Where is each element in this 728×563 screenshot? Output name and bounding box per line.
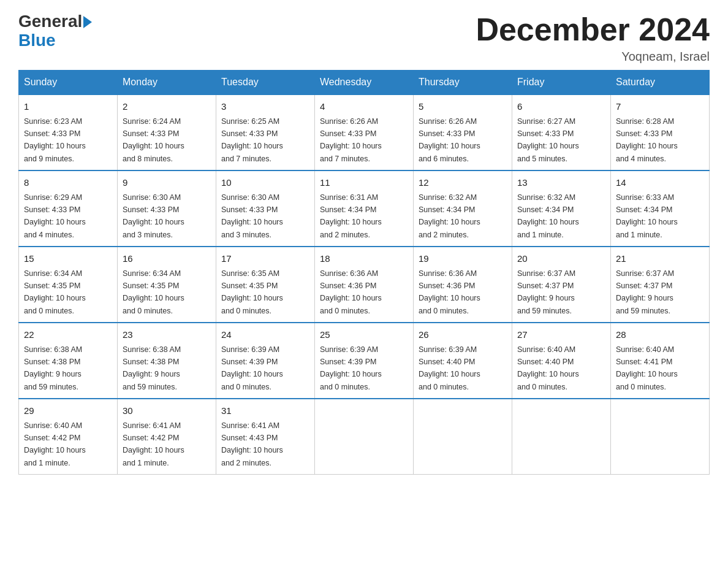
day-number: 20 xyxy=(517,252,605,266)
day-number: 21 xyxy=(616,252,704,266)
day-cell: 26Sunrise: 6:39 AM Sunset: 4:40 PM Dayli… xyxy=(414,323,512,399)
day-number: 17 xyxy=(221,252,309,266)
day-number: 11 xyxy=(320,176,408,190)
day-cell: 4Sunrise: 6:26 AM Sunset: 4:33 PM Daylig… xyxy=(315,94,414,170)
day-info: Sunrise: 6:26 AM Sunset: 4:33 PM Dayligh… xyxy=(419,117,480,163)
day-info: Sunrise: 6:33 AM Sunset: 4:34 PM Dayligh… xyxy=(616,193,678,239)
day-info: Sunrise: 6:30 AM Sunset: 4:33 PM Dayligh… xyxy=(221,193,283,239)
day-cell xyxy=(611,399,710,475)
day-info: Sunrise: 6:34 AM Sunset: 4:35 PM Dayligh… xyxy=(123,269,184,315)
day-info: Sunrise: 6:37 AM Sunset: 4:37 PM Dayligh… xyxy=(616,269,674,315)
day-cell: 20Sunrise: 6:37 AM Sunset: 4:37 PM Dayli… xyxy=(512,247,611,323)
header-cell-sunday: Sunday xyxy=(19,71,118,95)
page-header: General Blue December 2024 Yoqneam, Isra… xyxy=(18,12,710,64)
header-cell-saturday: Saturday xyxy=(611,71,710,95)
week-row-1: 1Sunrise: 6:23 AM Sunset: 4:33 PM Daylig… xyxy=(19,94,710,170)
day-cell xyxy=(512,399,611,475)
day-cell: 19Sunrise: 6:36 AM Sunset: 4:36 PM Dayli… xyxy=(414,247,512,323)
day-number: 30 xyxy=(123,404,211,418)
day-number: 4 xyxy=(320,100,408,114)
day-number: 12 xyxy=(419,176,507,190)
day-info: Sunrise: 6:38 AM Sunset: 4:38 PM Dayligh… xyxy=(24,345,82,391)
day-number: 28 xyxy=(616,328,704,342)
day-cell: 10Sunrise: 6:30 AM Sunset: 4:33 PM Dayli… xyxy=(216,170,315,247)
month-title: December 2024 xyxy=(476,12,710,47)
day-cell xyxy=(315,399,414,475)
day-cell: 28Sunrise: 6:40 AM Sunset: 4:41 PM Dayli… xyxy=(611,323,710,399)
logo: General Blue xyxy=(18,12,92,50)
day-cell: 29Sunrise: 6:40 AM Sunset: 4:42 PM Dayli… xyxy=(19,399,118,475)
day-cell: 13Sunrise: 6:32 AM Sunset: 4:34 PM Dayli… xyxy=(512,170,611,247)
calendar-body: 1Sunrise: 6:23 AM Sunset: 4:33 PM Daylig… xyxy=(19,94,710,475)
day-number: 10 xyxy=(221,176,309,190)
day-number: 14 xyxy=(616,176,704,190)
day-number: 22 xyxy=(24,328,112,342)
day-info: Sunrise: 6:37 AM Sunset: 4:37 PM Dayligh… xyxy=(517,269,575,315)
day-info: Sunrise: 6:40 AM Sunset: 4:40 PM Dayligh… xyxy=(517,345,579,391)
week-row-4: 22Sunrise: 6:38 AM Sunset: 4:38 PM Dayli… xyxy=(19,323,710,399)
day-info: Sunrise: 6:32 AM Sunset: 4:34 PM Dayligh… xyxy=(517,193,579,239)
day-info: Sunrise: 6:41 AM Sunset: 4:43 PM Dayligh… xyxy=(221,421,283,467)
title-block: December 2024 Yoqneam, Israel xyxy=(476,12,710,64)
day-info: Sunrise: 6:39 AM Sunset: 4:40 PM Dayligh… xyxy=(419,345,480,391)
day-cell: 27Sunrise: 6:40 AM Sunset: 4:40 PM Dayli… xyxy=(512,323,611,399)
day-info: Sunrise: 6:26 AM Sunset: 4:33 PM Dayligh… xyxy=(320,117,382,163)
day-info: Sunrise: 6:39 AM Sunset: 4:39 PM Dayligh… xyxy=(221,345,283,391)
day-number: 2 xyxy=(123,100,211,114)
day-cell: 16Sunrise: 6:34 AM Sunset: 4:35 PM Dayli… xyxy=(118,247,216,323)
day-number: 15 xyxy=(24,252,112,266)
day-cell: 5Sunrise: 6:26 AM Sunset: 4:33 PM Daylig… xyxy=(414,94,512,170)
day-info: Sunrise: 6:25 AM Sunset: 4:33 PM Dayligh… xyxy=(221,117,283,163)
day-number: 18 xyxy=(320,252,408,266)
day-cell: 11Sunrise: 6:31 AM Sunset: 4:34 PM Dayli… xyxy=(315,170,414,247)
day-info: Sunrise: 6:38 AM Sunset: 4:38 PM Dayligh… xyxy=(123,345,181,391)
day-info: Sunrise: 6:23 AM Sunset: 4:33 PM Dayligh… xyxy=(24,117,86,163)
day-info: Sunrise: 6:36 AM Sunset: 4:36 PM Dayligh… xyxy=(419,269,480,315)
day-number: 26 xyxy=(419,328,507,342)
day-info: Sunrise: 6:30 AM Sunset: 4:33 PM Dayligh… xyxy=(123,193,184,239)
day-cell: 25Sunrise: 6:39 AM Sunset: 4:39 PM Dayli… xyxy=(315,323,414,399)
day-cell: 23Sunrise: 6:38 AM Sunset: 4:38 PM Dayli… xyxy=(118,323,216,399)
header-cell-monday: Monday xyxy=(118,71,216,95)
day-number: 6 xyxy=(517,100,605,114)
day-number: 9 xyxy=(123,176,211,190)
logo-arrow-icon xyxy=(83,16,92,28)
day-cell: 12Sunrise: 6:32 AM Sunset: 4:34 PM Dayli… xyxy=(414,170,512,247)
day-info: Sunrise: 6:27 AM Sunset: 4:33 PM Dayligh… xyxy=(517,117,579,163)
day-info: Sunrise: 6:31 AM Sunset: 4:34 PM Dayligh… xyxy=(320,193,382,239)
day-cell: 9Sunrise: 6:30 AM Sunset: 4:33 PM Daylig… xyxy=(118,170,216,247)
logo-general-text: General xyxy=(18,12,82,31)
calendar-table: SundayMondayTuesdayWednesdayThursdayFrid… xyxy=(18,70,710,475)
header-cell-tuesday: Tuesday xyxy=(216,71,315,95)
day-info: Sunrise: 6:24 AM Sunset: 4:33 PM Dayligh… xyxy=(123,117,184,163)
day-info: Sunrise: 6:41 AM Sunset: 4:42 PM Dayligh… xyxy=(123,421,184,467)
day-number: 25 xyxy=(320,328,408,342)
day-number: 1 xyxy=(24,100,112,114)
day-cell: 30Sunrise: 6:41 AM Sunset: 4:42 PM Dayli… xyxy=(118,399,216,475)
day-cell: 24Sunrise: 6:39 AM Sunset: 4:39 PM Dayli… xyxy=(216,323,315,399)
day-number: 8 xyxy=(24,176,112,190)
day-number: 24 xyxy=(221,328,309,342)
day-number: 7 xyxy=(616,100,704,114)
week-row-5: 29Sunrise: 6:40 AM Sunset: 4:42 PM Dayli… xyxy=(19,399,710,475)
day-number: 19 xyxy=(419,252,507,266)
day-info: Sunrise: 6:39 AM Sunset: 4:39 PM Dayligh… xyxy=(320,345,382,391)
logo-blue-text: Blue xyxy=(18,31,92,50)
header-row: SundayMondayTuesdayWednesdayThursdayFrid… xyxy=(19,71,710,95)
day-info: Sunrise: 6:32 AM Sunset: 4:34 PM Dayligh… xyxy=(419,193,480,239)
header-cell-thursday: Thursday xyxy=(414,71,512,95)
location-text: Yoqneam, Israel xyxy=(476,50,710,64)
day-cell: 18Sunrise: 6:36 AM Sunset: 4:36 PM Dayli… xyxy=(315,247,414,323)
day-cell: 1Sunrise: 6:23 AM Sunset: 4:33 PM Daylig… xyxy=(19,94,118,170)
day-number: 3 xyxy=(221,100,309,114)
day-cell: 6Sunrise: 6:27 AM Sunset: 4:33 PM Daylig… xyxy=(512,94,611,170)
day-cell: 22Sunrise: 6:38 AM Sunset: 4:38 PM Dayli… xyxy=(19,323,118,399)
day-number: 13 xyxy=(517,176,605,190)
day-cell: 15Sunrise: 6:34 AM Sunset: 4:35 PM Dayli… xyxy=(19,247,118,323)
day-cell: 31Sunrise: 6:41 AM Sunset: 4:43 PM Dayli… xyxy=(216,399,315,475)
day-cell: 21Sunrise: 6:37 AM Sunset: 4:37 PM Dayli… xyxy=(611,247,710,323)
day-number: 31 xyxy=(221,404,309,418)
calendar-header: SundayMondayTuesdayWednesdayThursdayFrid… xyxy=(19,71,710,95)
day-info: Sunrise: 6:36 AM Sunset: 4:36 PM Dayligh… xyxy=(320,269,382,315)
day-cell: 7Sunrise: 6:28 AM Sunset: 4:33 PM Daylig… xyxy=(611,94,710,170)
